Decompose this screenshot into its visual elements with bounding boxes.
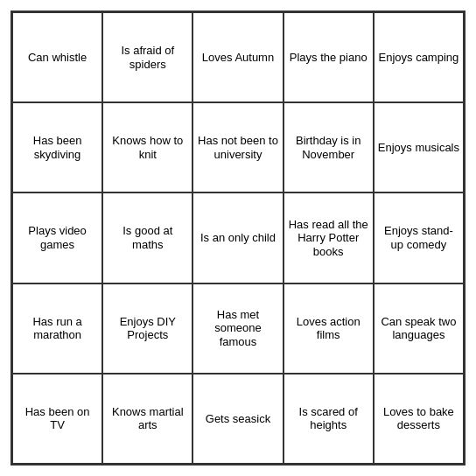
bingo-cell-4[interactable]: Enjoys camping [374, 12, 464, 102]
bingo-cell-16[interactable]: Enjoys DIY Projects [102, 284, 192, 374]
bingo-cell-14[interactable]: Enjoys stand-up comedy [374, 192, 464, 283]
bingo-cell-3[interactable]: Plays the piano [284, 12, 374, 102]
bingo-cell-19[interactable]: Can speak two languages [374, 284, 464, 374]
bingo-cell-21[interactable]: Knows martial arts [102, 374, 192, 464]
bingo-cell-24[interactable]: Loves to bake desserts [374, 374, 464, 464]
bingo-cell-15[interactable]: Has run a marathon [12, 284, 102, 374]
bingo-cell-11[interactable]: Is good at maths [102, 192, 192, 283]
bingo-cell-5[interactable]: Has been skydiving [12, 102, 102, 192]
bingo-cell-12[interactable]: Is an only child [192, 192, 283, 283]
bingo-cell-2[interactable]: Loves Autumn [192, 12, 283, 102]
bingo-cell-9[interactable]: Enjoys musicals [374, 102, 464, 192]
bingo-cell-18[interactable]: Loves action films [284, 284, 374, 374]
bingo-cell-13[interactable]: Has read all the Harry Potter books [284, 192, 374, 283]
bingo-cell-8[interactable]: Birthday is in November [284, 102, 374, 192]
bingo-cell-23[interactable]: Is scared of heights [284, 374, 374, 464]
bingo-cell-20[interactable]: Has been on TV [12, 374, 102, 464]
bingo-cell-17[interactable]: Has met someone famous [192, 284, 283, 374]
bingo-cell-1[interactable]: Is afraid of spiders [102, 12, 192, 102]
bingo-grid: Can whistleIs afraid of spidersLoves Aut… [10, 10, 466, 466]
bingo-cell-10[interactable]: Plays video games [12, 192, 102, 283]
bingo-cell-7[interactable]: Has not been to university [192, 102, 283, 192]
bingo-cell-0[interactable]: Can whistle [12, 12, 102, 102]
bingo-cell-6[interactable]: Knows how to knit [102, 102, 192, 192]
bingo-cell-22[interactable]: Gets seasick [192, 374, 283, 464]
